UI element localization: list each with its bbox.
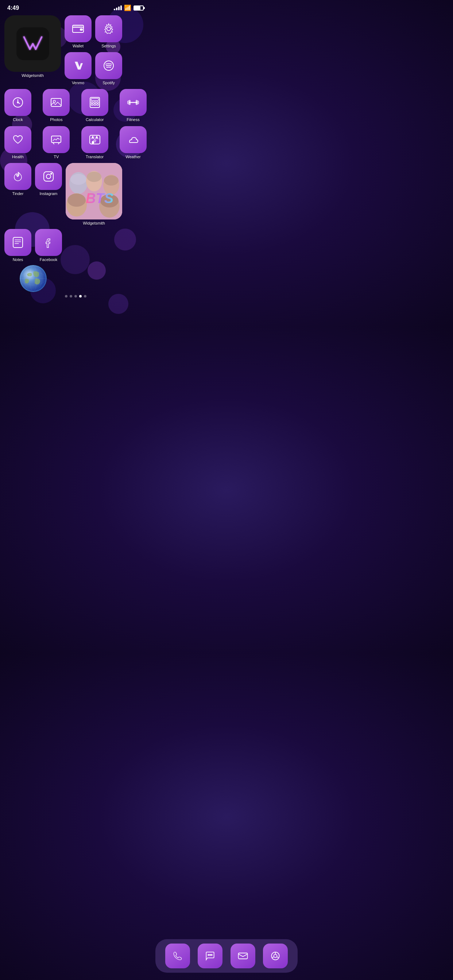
svg-point-36 [70, 174, 86, 185]
mixed-row: Tinder Instagram [4, 163, 147, 225]
svg-rect-18 [94, 104, 96, 105]
widgetsmith-label: Widgetsmith [4, 73, 61, 78]
tinder-app[interactable]: Tinder [4, 163, 31, 196]
page-dot-4[interactable] [79, 295, 82, 298]
fitness-app[interactable]: Fitness [120, 89, 147, 122]
fitness-label: Fitness [126, 118, 139, 122]
instagram-app[interactable]: Instagram [35, 163, 62, 196]
tv-icon [49, 133, 63, 146]
svg-rect-13 [91, 99, 99, 100]
bts-logo-icon [16, 27, 49, 60]
svg-rect-17 [91, 104, 93, 105]
translator-app[interactable]: A A あ Translator [81, 126, 108, 159]
widgetsmith-app[interactable]: Widgetsmith [4, 15, 61, 78]
clock-icon [11, 96, 24, 109]
notes-app[interactable]: Notes [4, 229, 31, 262]
svg-rect-15 [94, 102, 96, 103]
notes-icon [11, 236, 24, 249]
settings-label: Settings [101, 44, 116, 48]
signal-icon [114, 5, 122, 10]
wallet-icon [72, 22, 85, 35]
svg-rect-2 [74, 26, 83, 27]
spotify-icon [102, 59, 115, 72]
app-row-1: Clock Photos [4, 89, 147, 122]
bottom-row: Notes Facebook [4, 229, 147, 292]
svg-point-42 [67, 194, 86, 207]
notes-facebook-col: Notes Facebook [4, 229, 62, 292]
facebook-app[interactable]: Facebook [35, 229, 62, 262]
svg-rect-16 [97, 102, 99, 103]
settings-app[interactable]: Settings [95, 15, 122, 48]
bts-photo: BTS [65, 163, 122, 220]
venmo-app[interactable]: Venmo [65, 52, 91, 85]
instagram-label: Instagram [40, 191, 57, 196]
wallet-label: Wallet [73, 44, 83, 48]
svg-rect-3 [80, 29, 83, 30]
home-screen: Widgetsmith Wallet [0, 13, 151, 298]
calculator-label: Calculator [86, 118, 104, 122]
svg-rect-12 [90, 97, 100, 108]
svg-text:A: A [96, 136, 98, 138]
translator-icon: A A あ [88, 133, 101, 146]
photos-icon [49, 96, 63, 109]
fitness-icon [126, 96, 140, 109]
svg-rect-10 [51, 99, 61, 107]
calculator-icon [88, 96, 101, 109]
row-top: Widgetsmith Wallet [4, 15, 147, 85]
svg-text:A: A [92, 136, 94, 138]
top-right-grid: Wallet Settings Venmo [65, 15, 122, 85]
spotify-label: Spotify [102, 81, 115, 85]
svg-rect-46 [13, 237, 22, 248]
svg-rect-19 [97, 104, 99, 105]
tinder-label: Tinder [13, 191, 24, 196]
weather-icon [126, 133, 140, 146]
page-dot-3[interactable] [74, 295, 77, 298]
notes-label: Notes [13, 258, 23, 262]
battery-icon [134, 5, 144, 11]
weather-app[interactable]: Weather [120, 126, 147, 159]
svg-point-38 [87, 172, 101, 182]
facebook-icon [42, 236, 55, 249]
status-bar: 4:49 📶 [0, 0, 151, 13]
tinder-icon [11, 170, 24, 183]
calculator-app[interactable]: Calculator [81, 89, 108, 122]
photos-app[interactable]: Photos [43, 89, 70, 122]
wallet-app[interactable]: Wallet [65, 15, 91, 48]
bts-widget[interactable]: BTS Widgetsmith [65, 163, 122, 225]
instagram-icon [42, 170, 55, 183]
photos-label: Photos [50, 118, 62, 122]
health-app[interactable]: Health [4, 126, 31, 159]
clock-app[interactable]: Clock [4, 89, 31, 122]
venmo-icon [72, 59, 85, 72]
settings-icon [102, 22, 115, 35]
health-icon [11, 133, 24, 146]
bts-widget-label: Widgetsmith [65, 221, 122, 225]
facebook-label: Facebook [40, 258, 57, 262]
weather-label: Weather [126, 154, 140, 159]
tv-label: TV [54, 154, 59, 159]
page-dot-5[interactable] [84, 295, 86, 298]
page-dot-1[interactable] [65, 295, 67, 298]
tv-app[interactable]: TV [43, 126, 70, 159]
icons-left: Tinder Instagram [4, 163, 62, 196]
wifi-icon: 📶 [124, 5, 131, 11]
svg-point-32 [46, 174, 51, 179]
notes-facebook-row: Notes Facebook [4, 229, 62, 262]
svg-point-40 [104, 175, 118, 186]
page-dots [4, 295, 147, 298]
svg-point-4 [107, 27, 110, 30]
translator-label: Translator [86, 154, 104, 159]
venmo-label: Venmo [72, 81, 84, 85]
svg-point-9 [18, 102, 19, 103]
globe-widget[interactable] [4, 265, 62, 292]
page-dot-2[interactable] [70, 295, 72, 298]
clock-label: Clock [13, 118, 23, 122]
time-display: 4:49 [7, 5, 19, 11]
app-row-2: Health TV A A あ [4, 126, 147, 159]
svg-rect-14 [91, 102, 93, 103]
spotify-app[interactable]: Spotify [95, 52, 122, 85]
globe-icon [20, 265, 47, 292]
status-icons: 📶 [114, 5, 144, 11]
svg-point-11 [53, 100, 56, 102]
health-label: Health [12, 154, 24, 159]
